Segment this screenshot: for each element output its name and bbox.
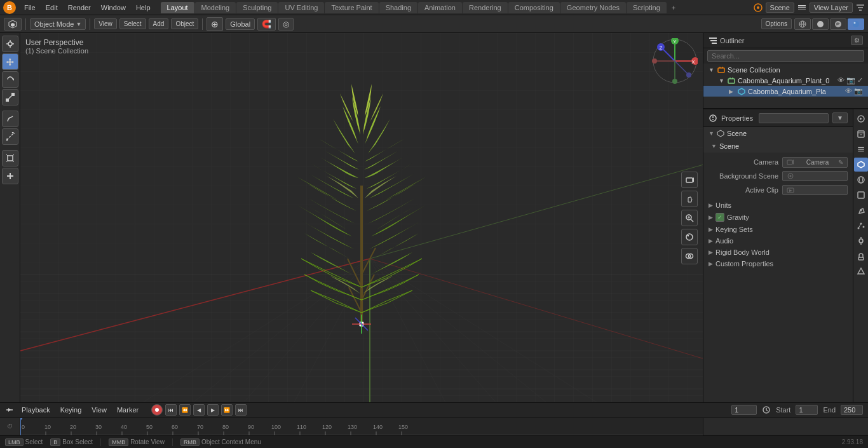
background-scene-value[interactable] <box>782 171 848 181</box>
data-properties-icon[interactable] <box>854 264 868 278</box>
tab-texture-paint[interactable]: Texture Paint <box>325 2 378 13</box>
gravity-section[interactable]: ▶ ✓ Gravity <box>703 211 853 224</box>
physics-properties-icon[interactable] <box>854 234 868 248</box>
scale-tool[interactable] <box>2 89 18 105</box>
marker-menu[interactable]: Marker <box>114 405 141 414</box>
menu-help[interactable]: Help <box>131 3 156 13</box>
play-back-btn[interactable]: ◀ <box>193 404 205 416</box>
timeline-ruler[interactable]: ⏱ 0 10 20 30 40 50 60 <box>0 418 868 435</box>
skip-end-btn[interactable]: ⏭ <box>235 404 247 416</box>
hand-pan-btn[interactable] <box>681 191 698 207</box>
rotate-tool[interactable] <box>2 71 18 88</box>
proportional-editing[interactable]: ◎ <box>278 18 294 31</box>
select-menu[interactable]: Select <box>119 18 146 29</box>
exclude-icon[interactable]: ✓ <box>857 76 863 85</box>
step-forward-btn[interactable]: ⏩ <box>221 404 233 416</box>
plant-object[interactable] <box>279 71 444 338</box>
current-frame-input[interactable] <box>731 405 757 415</box>
object-properties-icon[interactable] <box>854 188 868 202</box>
cursor-tool[interactable] <box>2 36 18 52</box>
object-menu[interactable]: Object <box>171 18 198 29</box>
global-selector[interactable]: Global <box>226 18 255 30</box>
play-btn[interactable]: ▶ <box>207 404 219 416</box>
mode-selector[interactable]: Object Mode ▼ <box>30 18 86 30</box>
material-preview-btn[interactable] <box>830 18 846 30</box>
scene-section-header[interactable]: ▼ Scene <box>703 127 853 140</box>
view-layer-dropdown[interactable]: View Layer <box>810 3 853 13</box>
constraints-properties-icon[interactable] <box>854 249 868 263</box>
rigid-body-world-section[interactable]: ▶ Rigid Body World <box>703 247 853 258</box>
menu-window[interactable]: Window <box>96 3 131 13</box>
zoom-btn[interactable] <box>681 210 698 226</box>
gravity-checkbox[interactable]: ✓ <box>715 213 724 222</box>
outliner-search[interactable] <box>707 50 864 62</box>
move-tool[interactable] <box>2 53 18 70</box>
keying-sets-section[interactable]: ▶ Keying Sets <box>703 224 853 235</box>
tab-animation[interactable]: Animation <box>418 2 462 13</box>
collection-item[interactable]: ▼ Scene Collection <box>703 65 868 75</box>
viewport-visibility-icon[interactable]: 👁 <box>837 76 844 85</box>
tab-layout[interactable]: Layout <box>161 2 194 13</box>
render-properties-icon[interactable] <box>854 112 868 126</box>
viewport-3d[interactable]: User Perspective (1) Scene Collection <box>20 33 703 402</box>
tab-geometry-nodes[interactable]: Geometry Nodes <box>560 2 626 13</box>
plant-collection-item[interactable]: ▼ Cabomba_Aquarium_Plant_0 👁 📷 ✓ <box>703 75 868 86</box>
tab-modeling[interactable]: Modeling <box>195 2 236 13</box>
audio-section[interactable]: ▶ Audio <box>703 235 853 247</box>
end-frame-input[interactable] <box>841 405 863 415</box>
properties-filter-btn[interactable]: ▼ <box>832 112 848 123</box>
view-layer-properties-icon[interactable] <box>854 142 868 156</box>
view-menu[interactable]: View <box>89 405 109 414</box>
snap-toggle[interactable]: 🧲 <box>257 18 276 31</box>
skip-start-btn[interactable]: ⏮ <box>165 404 177 416</box>
add-cube-tool[interactable] <box>2 150 18 166</box>
scene-properties-icon[interactable] <box>854 158 868 172</box>
step-back-btn[interactable]: ⏪ <box>179 404 191 416</box>
world-properties-icon[interactable] <box>854 173 868 187</box>
wireframe-btn[interactable] <box>794 18 811 30</box>
tab-shading[interactable]: Shading <box>379 2 417 13</box>
menu-render[interactable]: Render <box>63 3 96 13</box>
playback-menu[interactable]: Playback <box>19 405 53 414</box>
rendered-btn[interactable] <box>848 18 864 30</box>
solid-btn[interactable] <box>812 18 829 30</box>
keying-menu[interactable]: Keying <box>58 405 85 414</box>
active-clip-value[interactable] <box>782 185 848 195</box>
add-tool[interactable] <box>2 168 18 184</box>
menu-file[interactable]: File <box>19 3 41 13</box>
output-properties-icon[interactable] <box>854 127 868 141</box>
mesh-viewport-icon[interactable]: 👁 <box>845 87 852 95</box>
outliner-filter-btn[interactable]: ⚙ <box>851 36 863 45</box>
navigation-gizmo[interactable]: X Y Z <box>652 38 698 85</box>
particles-properties-icon[interactable] <box>854 219 868 233</box>
overlay-btn[interactable] <box>681 248 698 264</box>
view-menu[interactable]: View <box>94 18 117 29</box>
add-workspace-button[interactable]: + <box>667 2 680 13</box>
options-button[interactable]: Options <box>761 18 792 29</box>
camera-value[interactable]: Camera ✎ <box>782 157 848 168</box>
camera-view-btn[interactable] <box>681 172 698 188</box>
tab-sculpting[interactable]: Sculpting <box>236 2 278 13</box>
add-menu[interactable]: Add <box>149 18 169 29</box>
custom-properties-section[interactable]: ▶ Custom Properties <box>703 258 853 269</box>
scene-dropdown[interactable]: Scene <box>766 3 794 13</box>
measure-tool[interactable] <box>2 128 18 145</box>
tab-compositing[interactable]: Compositing <box>508 2 560 13</box>
tab-uv-editing[interactable]: UV Editing <box>278 2 324 13</box>
annotate-tool[interactable] <box>2 111 18 127</box>
editor-type-button[interactable] <box>4 18 22 31</box>
units-section[interactable]: ▶ Units <box>703 200 853 211</box>
plant-mesh-item[interactable]: ▶ Cabomba_Aquarium_Pla 👁 📷 <box>703 86 868 97</box>
mesh-render-icon[interactable]: 📷 <box>854 87 863 95</box>
tab-scripting[interactable]: Scripting <box>627 2 667 13</box>
menu-edit[interactable]: Edit <box>41 3 63 13</box>
transform-selector[interactable]: ⊕ <box>207 17 223 31</box>
render-visibility-icon[interactable]: 📷 <box>846 76 855 85</box>
record-btn[interactable] <box>151 404 163 416</box>
tab-rendering[interactable]: Rendering <box>463 2 508 13</box>
render-preview-btn[interactable] <box>681 229 698 245</box>
scene-subsection-header[interactable]: ▼ Scene <box>703 140 853 153</box>
properties-search[interactable] <box>759 113 829 123</box>
start-frame-input[interactable] <box>796 405 818 415</box>
modifier-properties-icon[interactable] <box>854 203 868 217</box>
